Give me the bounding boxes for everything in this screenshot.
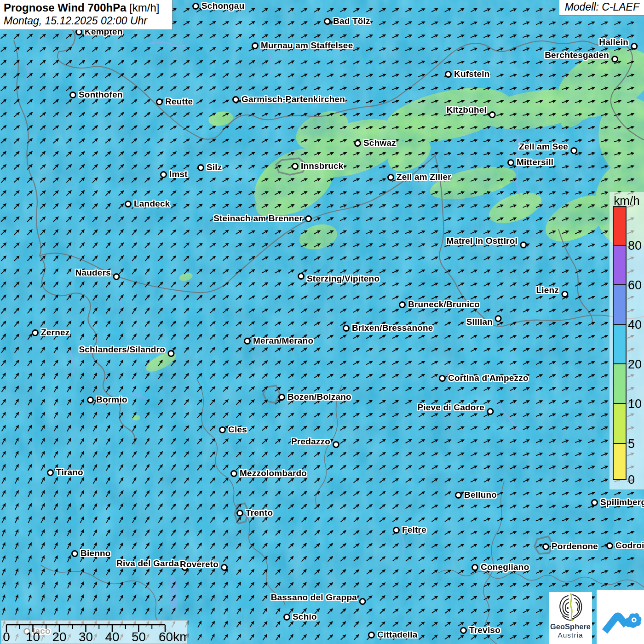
- legend-segment: [613, 246, 627, 285]
- scalebar-label: 30: [79, 630, 93, 644]
- legend-tick-label: 5: [628, 438, 635, 450]
- title-text: Prognose Wind 700hPa: [4, 1, 126, 14]
- scalebar-label: 20: [52, 630, 66, 644]
- legend-tick-label: 40: [628, 319, 642, 331]
- valid-time: Montag, 15.12.2025 02:00 Uhr: [4, 15, 167, 27]
- legend-segment: [613, 444, 627, 480]
- geosphere-logo: GeoSphere Austria: [549, 592, 592, 644]
- legend-tick-label: 80: [628, 240, 642, 252]
- partner-logo: [597, 590, 644, 644]
- weather-map: SchongauBad TölzKemptenMurnau am Staffel…: [0, 0, 644, 644]
- mountain-cloud-icon: [599, 596, 642, 638]
- title-unit: [km/h]: [126, 1, 160, 14]
- map-title: Prognose Wind 700hPa [km/h]: [4, 1, 167, 14]
- legend-color-bar: [613, 206, 627, 480]
- scalebar-ruler: 0102030405060km: [1, 621, 187, 644]
- scalebar-label: 50: [132, 630, 146, 644]
- legend-segment: [613, 325, 627, 364]
- scalebar-label: 40: [105, 630, 119, 644]
- geosphere-name: GeoSphere: [549, 622, 592, 631]
- legend-segment: [613, 206, 627, 246]
- geosphere-contour-icon: [555, 592, 586, 621]
- legend-tick-label: 20: [628, 358, 642, 371]
- model-label: Modell: C-LAEF: [559, 0, 644, 16]
- legend-tick-label: 60: [628, 279, 642, 292]
- scalebar-label: 0: [3, 630, 10, 644]
- scalebar-label: 10: [26, 630, 40, 644]
- wind-speed-legend: km/h 806040201050: [610, 192, 644, 489]
- legend-segment: [613, 364, 627, 404]
- map-canvas: [0, 0, 644, 644]
- legend-segment: [613, 285, 627, 325]
- legend-segment: [613, 404, 627, 444]
- distance-scalebar: 0102030405060km: [1, 620, 188, 644]
- scalebar-label: 60km: [159, 630, 187, 644]
- title-box: Prognose Wind 700hPa [km/h] Montag, 15.1…: [0, 0, 172, 30]
- geosphere-country: Austria: [549, 631, 592, 639]
- legend-tick-label: 0: [628, 474, 635, 486]
- legend-tick-label: 10: [628, 398, 642, 410]
